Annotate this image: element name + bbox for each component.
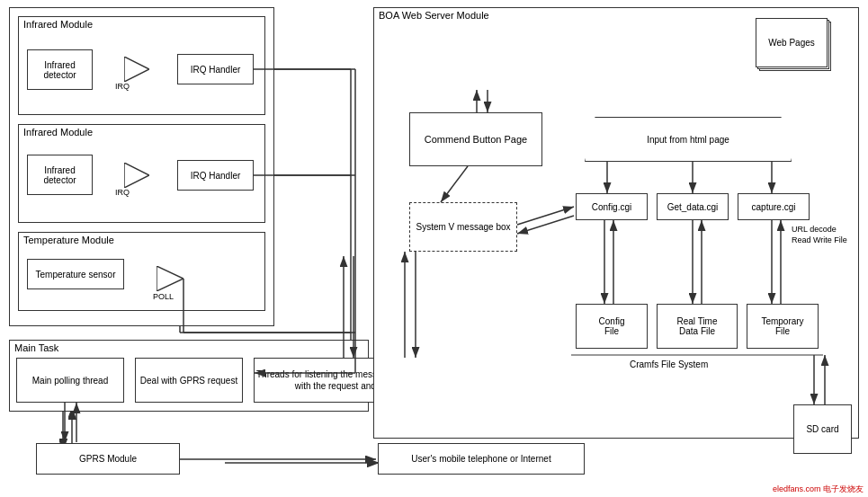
irq-label-1: IRQ — [115, 82, 130, 91]
gprs-module-box: GPRS Module — [36, 443, 180, 475]
infrared-module-2-label: Infrared Module — [23, 127, 93, 138]
web-pages-label: Web Pages — [768, 38, 815, 48]
main-polling-thread-box: Main polling thread — [16, 358, 124, 403]
get-data-cgi-label: Get_data.cgi — [667, 202, 719, 212]
system-v-label: System V message box — [416, 222, 510, 232]
irq-handler-2-label: IRQ Handler — [191, 171, 241, 181]
get-data-cgi-box: Get_data.cgi — [657, 193, 729, 220]
infrared-detector-2-label: Infrared detector — [28, 165, 92, 185]
real-time-file-box: Real Time Data File — [657, 304, 738, 349]
command-button-page-box: Commend Button Page — [409, 112, 542, 166]
irq-triangle-1: IRQ — [124, 57, 149, 84]
web-pages-container: Web Pages — [756, 18, 828, 67]
irq-handler-1-label: IRQ Handler — [191, 65, 241, 75]
svg-marker-35 — [157, 266, 183, 291]
config-cgi-box: Config.cgi — [576, 193, 648, 220]
infrared-module-1-label: Infrared Module — [23, 19, 93, 30]
irq-label-2: IRQ — [115, 188, 130, 197]
irq-svg-1 — [124, 57, 149, 82]
capture-cgi-label: capture.cgi — [752, 202, 796, 212]
temperature-sensor-label: Temperature sensor — [36, 270, 116, 280]
irq-triangle-2: IRQ — [124, 163, 149, 190]
svg-marker-34 — [124, 163, 149, 188]
gprs-request-label: Deal with GPRS request — [140, 376, 237, 386]
command-button-page-label: Commend Button Page — [425, 134, 527, 145]
boa-module-label: BOA Web Server Module — [379, 10, 489, 21]
infrared-detector-1-box: Infrared detector — [27, 49, 93, 90]
config-file-label: Config File — [599, 316, 625, 336]
cramfs-label: Cramfs File System — [630, 359, 708, 369]
gprs-module-label: GPRS Module — [79, 454, 137, 464]
main-task-label: Main Task — [14, 342, 58, 353]
irq-svg-2 — [124, 163, 149, 188]
svg-marker-33 — [124, 57, 149, 82]
sd-card-box: SD card — [793, 404, 852, 454]
config-cgi-label: Config.cgi — [592, 202, 631, 212]
temperature-sensor-box: Temperature sensor — [27, 259, 124, 289]
temperature-module-label: Temperature Module — [23, 235, 114, 245]
url-decode-label: URL decode Read Write File — [792, 225, 847, 245]
infrared-detector-1-label: Infrared detector — [28, 60, 92, 80]
temporary-file-box: Temporary File — [747, 304, 819, 349]
infrared-detector-2-box: Infrared detector — [27, 155, 93, 195]
watermark: eledfans.com 电子发烧友 — [773, 484, 864, 495]
input-from-html-label: Input from html page — [647, 135, 729, 145]
sd-card-label: SD card — [806, 424, 838, 434]
irq-handler-2-box: IRQ Handler — [177, 160, 254, 191]
real-time-file-label: Real Time Data File — [676, 316, 717, 336]
config-file-box: Config File — [576, 304, 648, 349]
poll-triangle: POLL — [157, 266, 183, 293]
capture-cgi-box: capture.cgi — [738, 193, 810, 220]
system-v-box: System V message box — [409, 202, 517, 252]
main-polling-thread-label: Main polling thread — [32, 376, 109, 386]
poll-svg — [157, 266, 183, 291]
user-mobile-box: User's mobile telephone or Internet — [378, 443, 585, 475]
irq-handler-1-box: IRQ Handler — [177, 54, 254, 84]
input-from-html-box: Input from html page — [585, 117, 792, 162]
poll-label: POLL — [153, 292, 174, 301]
temporary-file-label: Temporary File — [761, 316, 803, 336]
gprs-request-box: Deal with GPRS request — [135, 358, 243, 403]
user-mobile-label: User's mobile telephone or Internet — [411, 454, 550, 464]
